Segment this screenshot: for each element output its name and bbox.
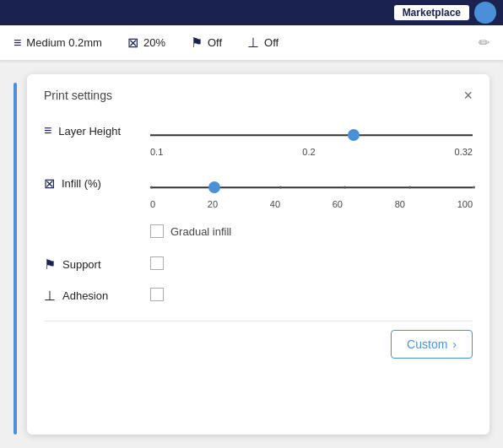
gradual-infill-checkbox[interactable]: [150, 224, 164, 238]
support-label: Off: [208, 36, 222, 49]
panel-title: Print settings: [44, 89, 112, 102]
infill-thumb[interactable]: [208, 181, 220, 193]
custom-button[interactable]: Custom ›: [391, 330, 473, 359]
layer-height-labels: 0.1 0.2 0.32: [150, 147, 473, 157]
infill-setting-icon: ⊠: [44, 175, 55, 192]
infill-label: ⊠ Infill (%): [44, 172, 137, 192]
support-setting-label: ⚑ Support: [44, 253, 137, 273]
close-button[interactable]: ×: [463, 88, 473, 103]
adhesion-row: ⊥ Adhesion: [44, 284, 473, 304]
custom-btn-area: Custom ›: [44, 321, 473, 359]
support-item: ⚑ Off: [191, 35, 222, 51]
adhesion-item: ⊥ Off: [247, 35, 279, 51]
infill-slider[interactable]: 0 20 40 60 80 100: [150, 172, 473, 209]
left-accent: [14, 83, 17, 435]
adhesion-setting-label: ⊥ Adhesion: [44, 284, 137, 304]
layer-height-icon: ≡: [44, 123, 51, 138]
support-icon: ⚑: [191, 35, 203, 51]
preset-item: ≡ Medium 0.2mm: [14, 35, 102, 51]
preset-label: Medium 0.2mm: [26, 36, 102, 49]
layer-height-thumb[interactable]: [348, 129, 360, 141]
profile-avatar[interactable]: [474, 2, 496, 24]
edit-icon[interactable]: ✏: [479, 35, 489, 51]
panel-container: Print settings × ≡ Layer Height 0.1 0.2 …: [0, 61, 503, 448]
chevron-right-icon: ›: [452, 337, 457, 351]
print-settings-panel: Print settings × ≡ Layer Height 0.1 0.2 …: [27, 74, 489, 435]
support-row: ⚑ Support: [44, 253, 473, 273]
infill-labels: 0 20 40 60 80 100: [150, 199, 473, 209]
preset-icon: ≡: [14, 35, 21, 51]
infill-label: 20%: [143, 36, 165, 49]
layer-height-row: ≡ Layer Height 0.1 0.2 0.32: [44, 120, 473, 157]
support-checkbox[interactable]: [150, 256, 164, 270]
custom-button-label: Custom: [407, 337, 447, 351]
panel-header: Print settings ×: [44, 88, 473, 103]
gradual-infill-label: Gradual infill: [170, 225, 231, 238]
layer-height-label: ≡ Layer Height: [44, 120, 137, 138]
toolbar: ≡ Medium 0.2mm ⊠ 20% ⚑ Off ⊥ Off ✏: [0, 25, 503, 61]
adhesion-label: Off: [264, 36, 279, 49]
adhesion-icon: ⊥: [247, 35, 259, 51]
gradual-infill-row: Gradual infill: [150, 224, 473, 238]
layer-height-slider[interactable]: 0.1 0.2 0.32: [150, 120, 473, 157]
adhesion-setting-icon: ⊥: [44, 288, 56, 304]
infill-slider-line: [150, 186, 473, 188]
infill-row: ⊠ Infill (%) 0 20 40: [44, 172, 473, 209]
slider-line: [150, 134, 473, 136]
adhesion-checkbox[interactable]: [150, 288, 164, 301]
marketplace-button[interactable]: Marketplace: [394, 5, 469, 20]
infill-icon: ⊠: [127, 35, 138, 51]
infill-item: ⊠ 20%: [127, 35, 165, 51]
support-setting-icon: ⚑: [44, 256, 56, 273]
top-bar: Marketplace: [0, 0, 503, 25]
